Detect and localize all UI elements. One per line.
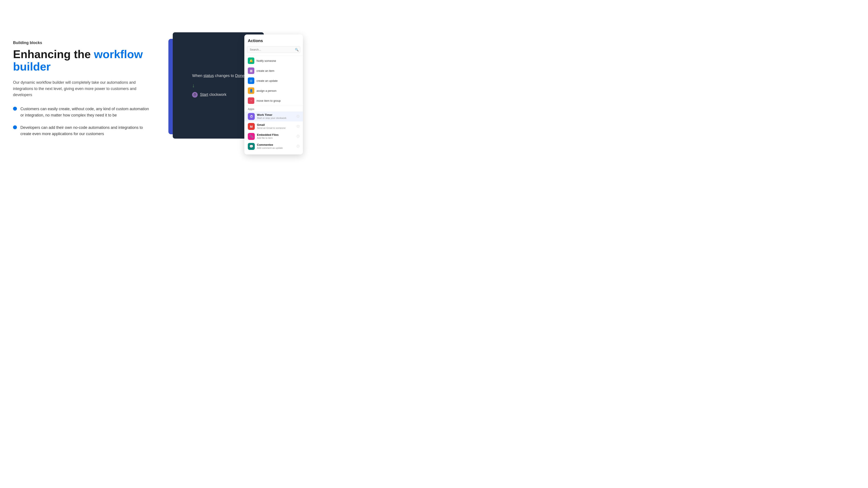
work-timer-text: Work Timer Start or stop your clockwork bbox=[257, 113, 294, 120]
left-content: Building blocks Enhancing the workflow b… bbox=[13, 40, 152, 137]
bullet-item-2: Developers can add their own no-code aut… bbox=[13, 125, 152, 137]
action-item-create-update[interactable]: ◎ create an update bbox=[244, 76, 303, 86]
actions-panel-title: Actions bbox=[244, 38, 303, 46]
clockwork-text: Start clockwork bbox=[200, 92, 226, 97]
commentee-icon: 💬 bbox=[248, 143, 255, 150]
embedded-files-name: Embedded Files bbox=[257, 133, 294, 136]
action-label-notify: Notify someone bbox=[256, 59, 276, 62]
building-blocks-label: Building blocks bbox=[13, 40, 152, 45]
action-label-create-update: create an update bbox=[256, 79, 278, 83]
bullet-item-1: Customers can easily create, without cod… bbox=[13, 106, 152, 119]
clockwork-icon: ⏱ bbox=[192, 92, 198, 98]
create-update-icon: ◎ bbox=[248, 77, 254, 84]
app-item-gmail[interactable]: M Gmail Send an Email to someone ⓘ bbox=[244, 122, 303, 131]
commentee-desc: Add comment as update bbox=[257, 147, 294, 150]
main-heading: Enhancing the workflow builder bbox=[13, 48, 152, 73]
create-item-icon: ▦ bbox=[248, 67, 254, 74]
action-item-assign-person[interactable]: 👤 assign a person bbox=[244, 86, 303, 96]
work-timer-desc: Start or stop your clockwork bbox=[257, 117, 294, 120]
bullet-text-1: Customers can easily create, without cod… bbox=[21, 106, 152, 119]
actions-panel: Actions 🔍 🔔 Notify someone ▦ create an i… bbox=[244, 34, 303, 155]
app-item-embedded-files[interactable]: 📎 Embedded Files Add file to item ⓘ bbox=[244, 131, 303, 141]
gmail-desc: Send an Email to someone bbox=[257, 126, 294, 129]
bullet-text-2: Developers can add their own no-code aut… bbox=[21, 125, 152, 137]
app-item-work-timer[interactable]: ⏱ Work Timer Start or stop your clockwor… bbox=[244, 111, 303, 122]
description-text: Our dynamic workflow builder will comple… bbox=[13, 79, 152, 98]
bullet-dot-2 bbox=[13, 125, 17, 129]
move-group-icon: → bbox=[248, 97, 254, 104]
trigger-text: When status changes to Done bbox=[192, 73, 244, 78]
work-timer-info-icon: ⓘ bbox=[297, 115, 300, 119]
action-label-move-group: move item to group bbox=[256, 99, 281, 102]
commentee-text: Commentee Add comment as update bbox=[257, 143, 294, 150]
page-container: Building blocks Enhancing the workflow b… bbox=[13, 32, 303, 145]
action-item-create-item[interactable]: ▦ create an item bbox=[244, 66, 303, 76]
search-icon: 🔍 bbox=[295, 48, 299, 52]
commentee-name: Commentee bbox=[257, 143, 294, 147]
status-word: status bbox=[203, 73, 214, 78]
apps-section-title: Apps bbox=[244, 106, 303, 111]
action-label-assign-person: assign a person bbox=[256, 89, 276, 92]
heading-plain: Enhancing the bbox=[13, 48, 94, 61]
notify-icon: 🔔 bbox=[248, 58, 254, 64]
action-item-notify[interactable]: 🔔 Notify someone bbox=[244, 56, 303, 66]
search-bar[interactable]: 🔍 bbox=[247, 46, 300, 53]
embedded-files-desc: Add file to item bbox=[257, 136, 294, 139]
clockwork-row: ⏱ Start clockwork bbox=[192, 92, 244, 98]
gmail-icon: M bbox=[248, 123, 255, 130]
bullet-list: Customers can easily create, without cod… bbox=[13, 106, 152, 137]
start-underline: Start bbox=[200, 92, 208, 97]
app-item-commentee[interactable]: 💬 Commentee Add comment as update ⓘ bbox=[244, 141, 303, 152]
work-timer-icon: ⏱ bbox=[248, 113, 255, 120]
search-input[interactable] bbox=[247, 46, 300, 53]
arrow-down-icon: ↓ bbox=[192, 83, 244, 89]
gmail-info-icon: ⓘ bbox=[297, 125, 300, 128]
right-content: When status changes to Done ↓ ⏱ Start cl… bbox=[168, 32, 303, 145]
action-label-create-item: create an item bbox=[256, 69, 274, 72]
gmail-text: Gmail Send an Email to someone bbox=[257, 123, 294, 129]
work-timer-name: Work Timer bbox=[257, 113, 294, 117]
bullet-dot-1 bbox=[13, 107, 17, 110]
embedded-files-icon: 📎 bbox=[248, 133, 255, 140]
commentee-info-icon: ⓘ bbox=[297, 144, 300, 148]
gmail-name: Gmail bbox=[257, 123, 294, 126]
embedded-files-info-icon: ⓘ bbox=[297, 134, 300, 138]
embedded-files-text: Embedded Files Add file to item bbox=[257, 133, 294, 139]
assign-person-icon: 👤 bbox=[248, 88, 254, 94]
screen-content: When status changes to Done ↓ ⏱ Start cl… bbox=[183, 65, 253, 106]
action-item-move-group[interactable]: → move item to group bbox=[244, 96, 303, 106]
done-word: Done bbox=[235, 73, 245, 78]
